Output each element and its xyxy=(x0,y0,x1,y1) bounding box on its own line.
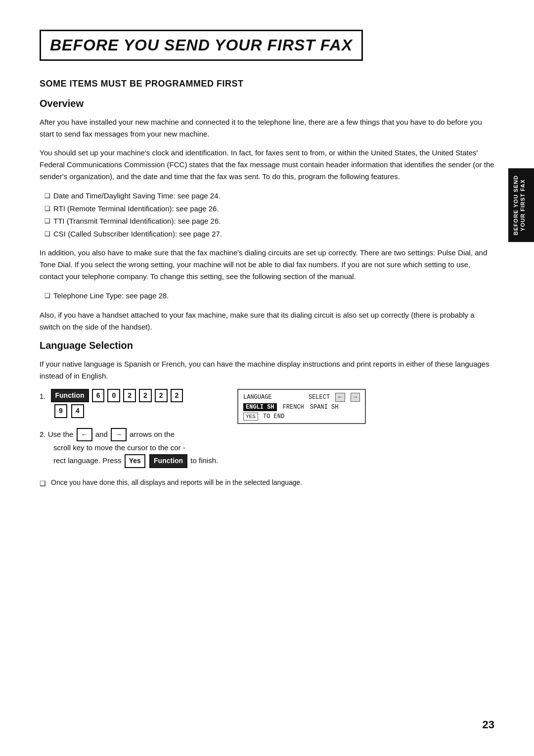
bullet-item-telephone: Telephone Line Type: see page 28. xyxy=(44,289,494,302)
step1-keys-line2: 9 4 xyxy=(53,404,208,418)
language-heading: Language Selection xyxy=(40,340,494,351)
bullet-item: Date and Time/Daylight Saving Time: see … xyxy=(44,189,494,202)
step1-number: 1. xyxy=(40,392,46,400)
step1-left: 1. Function 6 0 2 2 2 2 9 4 xyxy=(40,389,208,418)
section-heading: SOME ITEMS MUST BE PROGRAMMED FIRST xyxy=(40,79,494,89)
lcd-language-label: LANGUAGE xyxy=(243,394,272,401)
step2-line3: rect language. Press Yes Function to fin… xyxy=(53,454,494,468)
lcd-row3: YES TO END xyxy=(243,413,360,420)
lcd-arrow-right: → xyxy=(351,393,360,402)
function-key-2[interactable]: Function xyxy=(149,454,187,468)
key-2d[interactable]: 2 xyxy=(171,389,183,403)
function-key-1[interactable]: Function xyxy=(51,389,89,403)
page: BEFORE YOU SENDYOUR FIRST FAX BEFORE YOU… xyxy=(0,0,534,756)
note-bullet-icon: ❑ xyxy=(40,478,46,489)
page-number: 23 xyxy=(483,718,494,731)
lcd-spanish: SPANI SH xyxy=(310,404,339,411)
note-block: ❑ Once you have done this, all displays … xyxy=(40,477,494,489)
overview-para1: After you have installed your new machin… xyxy=(40,116,494,140)
overview-para2: You should set up your machine's clock a… xyxy=(40,147,494,183)
key-2c[interactable]: 2 xyxy=(155,389,168,403)
step2-line1: 2. Use the ← and → arrows on the xyxy=(40,428,494,442)
step1-keys-row: 1. Function 6 0 2 2 2 2 xyxy=(40,389,208,403)
yes-key[interactable]: Yes xyxy=(125,454,145,468)
bullet-item: RTI (Remote Terminal Identification): se… xyxy=(44,202,494,215)
key-4[interactable]: 4 xyxy=(71,404,84,418)
overview-bullets: Date and Time/Daylight Saving Time: see … xyxy=(44,189,494,240)
lcd-yes-btn: YES xyxy=(243,413,258,421)
step1-block: 1. Function 6 0 2 2 2 2 9 4 LANGUAGE SEL… xyxy=(40,389,494,424)
overview-para3: In addition, you also have to make sure … xyxy=(40,247,494,283)
key-9[interactable]: 9 xyxy=(54,404,67,418)
arrow-right-key[interactable]: → xyxy=(111,428,127,442)
overview-para4: Also, if you have a handset attached to … xyxy=(40,309,494,333)
bullet-item: TTI (Transmit Terminal Identification): … xyxy=(44,215,494,228)
lcd-select-label: SELECT ← → xyxy=(309,393,360,402)
key-0[interactable]: 0 xyxy=(107,389,120,403)
arrow-left-key[interactable]: ← xyxy=(77,428,92,442)
note-text: Once you have done this, all displays an… xyxy=(51,477,302,488)
lcd-display: LANGUAGE SELECT ← → ENGLI SH FRENCH SPAN… xyxy=(222,389,366,424)
lcd-row2: ENGLI SH FRENCH SPANI SH xyxy=(243,403,360,411)
lcd-french: FRENCH xyxy=(283,404,304,411)
key-2a[interactable]: 2 xyxy=(123,389,136,403)
overview-para3-bullets: Telephone Line Type: see page 28. xyxy=(44,289,494,302)
lcd-row1: LANGUAGE SELECT ← → xyxy=(243,393,360,402)
lcd-english: ENGLI SH xyxy=(243,403,277,411)
side-tab: BEFORE YOU SENDYOUR FIRST FAX xyxy=(508,168,534,242)
step2-block: 2. Use the ← and → arrows on the scroll … xyxy=(40,428,494,468)
lcd-to-end: TO END xyxy=(263,413,284,420)
page-title: BEFORE YOU SEND YOUR FIRST FAX xyxy=(40,30,363,61)
overview-heading: Overview xyxy=(40,98,494,109)
lcd-box: LANGUAGE SELECT ← → ENGLI SH FRENCH SPAN… xyxy=(237,389,366,424)
key-2b[interactable]: 2 xyxy=(139,389,152,403)
step2-line2: scroll key to move the cursor to the cor… xyxy=(53,441,494,454)
bullet-item: CSI (Called Subscriber Identification): … xyxy=(44,228,494,240)
language-intro: If your native language is Spanish or Fr… xyxy=(40,358,494,382)
lcd-arrow-left: ← xyxy=(335,393,345,402)
key-6[interactable]: 6 xyxy=(92,389,105,403)
